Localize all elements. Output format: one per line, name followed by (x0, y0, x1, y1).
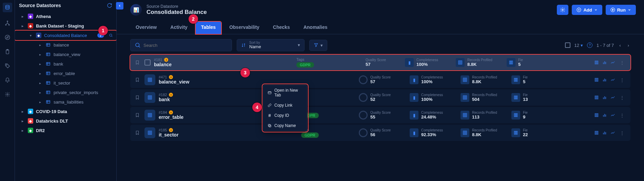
row-actions (594, 60, 615, 65)
tree-item-label: private_sector_imports (54, 90, 98, 95)
tab-observability[interactable]: Observability (224, 22, 265, 34)
tree-item-label: COVID-19 Data (36, 109, 67, 114)
search-icon (135, 42, 141, 48)
tab-overview[interactable]: Overview (130, 22, 162, 34)
action-columns-icon[interactable] (594, 77, 599, 82)
collapse-panel-button[interactable] (116, 2, 123, 10)
name-cell: #184ierror_table (159, 110, 247, 120)
svg-rect-34 (463, 78, 467, 82)
row-id: #181 (154, 58, 162, 62)
context-menu-item[interactable]: Open in New Tab (264, 85, 307, 100)
svg-rect-49 (595, 96, 596, 99)
bookmark-icon[interactable] (135, 95, 141, 100)
rail-hierarchy-icon[interactable] (4, 20, 11, 26)
rail-clipboard-icon[interactable] (4, 48, 11, 55)
help-icon[interactable]: ? (587, 42, 592, 48)
table-row[interactable]: #182ibankQuality Score52▮Completeness100… (130, 89, 630, 106)
svg-rect-38 (595, 78, 596, 81)
tree-item[interactable]: ▸◆Databricks DLT (15, 116, 116, 126)
row-id: #184 (159, 110, 167, 114)
toolbar: Sort by Name ▾ ▾ 12 ▾ ? 1 - 7 of 7 ‹ › (122, 34, 639, 55)
row-menu-button[interactable]: ⋮ (619, 59, 626, 67)
action-trend-icon[interactable] (610, 77, 615, 82)
tab-tables[interactable]: Tables (196, 22, 221, 34)
svg-rect-75 (604, 132, 605, 134)
table-row[interactable]: #184ierror_tableGDPRQuality Score55▮Comp… (130, 107, 630, 123)
action-columns-icon[interactable] (594, 60, 599, 65)
action-columns-icon[interactable] (594, 95, 599, 100)
select-all-checkbox[interactable] (565, 42, 570, 48)
action-columns-icon[interactable] (594, 113, 599, 117)
rail-database-icon[interactable] (3, 3, 12, 12)
name-cell: #471ibalance_view (159, 75, 247, 85)
rail-bell-icon[interactable] (4, 77, 11, 84)
tree-item[interactable]: ▸◆DR2 (15, 126, 116, 135)
datastore-avatar-icon: 📊 (130, 4, 142, 16)
action-trend-icon[interactable] (610, 130, 615, 135)
action-trend-icon[interactable] (610, 95, 615, 100)
context-menu-item[interactable]: Copy Name (264, 121, 307, 131)
action-bars-icon[interactable] (602, 95, 607, 100)
search-input-wrapper[interactable] (130, 39, 232, 51)
rail-gear-icon[interactable] (4, 91, 11, 98)
tree-item-label: DR2 (36, 128, 45, 133)
tree-item-label: it_sector (54, 80, 70, 86)
row-menu-button[interactable]: ⋮ (619, 129, 626, 137)
tree-item[interactable]: ▸◆COVID-19 Data (15, 107, 116, 116)
context-menu-item[interactable]: Copy ID (264, 110, 307, 121)
datastore-icon: ◆ (36, 33, 41, 38)
settings-button[interactable] (557, 5, 568, 15)
tree-item[interactable]: ▸private_sector_imports (15, 88, 116, 97)
action-bars-icon[interactable] (602, 77, 607, 82)
sort-select[interactable]: Sort by Name ▾ (237, 39, 305, 51)
tree-item[interactable]: ▸sama_liabilities (15, 97, 116, 107)
breadcrumb: Source Datastore (147, 4, 207, 9)
rail-compass-icon[interactable] (4, 34, 11, 41)
tree-item-label: balance (54, 42, 69, 48)
row-menu-button[interactable]: ⋮ (619, 76, 626, 84)
bookmark-icon[interactable] (135, 60, 141, 65)
search-icon[interactable] (109, 33, 113, 37)
refresh-icon[interactable] (107, 3, 112, 8)
bookmark-icon[interactable] (135, 130, 141, 135)
tree-item[interactable]: ▸balance (15, 40, 116, 50)
action-bars-icon[interactable] (602, 113, 607, 117)
next-page-button[interactable]: › (626, 42, 630, 49)
action-trend-icon[interactable] (610, 60, 615, 65)
svg-rect-50 (596, 96, 597, 99)
table-row[interactable]: #471ibalance_viewQuality Score57▮Complet… (130, 72, 630, 88)
run-button[interactable]: Run (606, 5, 636, 15)
tab-anomalies[interactable]: Anomalies (298, 22, 333, 34)
tree-item[interactable]: ▸error_table (15, 69, 116, 78)
tree-item[interactable]: ▸◆Athena (15, 12, 116, 21)
tree-item[interactable]: ▸it_sector (15, 78, 116, 88)
page-size-select[interactable]: 12 ▾ (574, 43, 583, 48)
table-row[interactable]: #181ibalanceTagsGDPRQuality Score57▮Comp… (130, 55, 630, 70)
context-menu-item[interactable]: Copy Link (264, 100, 307, 110)
bookmark-icon[interactable] (135, 77, 141, 82)
action-trend-icon[interactable] (610, 113, 615, 117)
sort-value: Name (249, 44, 261, 49)
action-bars-icon[interactable] (602, 130, 607, 135)
bookmark-icon[interactable] (135, 113, 141, 117)
datastore-icon: ◆ (28, 109, 33, 114)
tree-item[interactable]: ▸balance_view (15, 50, 116, 59)
row-checkbox[interactable] (144, 59, 151, 66)
table-row[interactable]: #185iit_sectorTagsGDPRQuality Score56▮Co… (130, 125, 630, 141)
rail-tag-icon[interactable] (4, 62, 11, 69)
svg-rect-23 (458, 61, 462, 65)
svg-rect-14 (46, 72, 50, 75)
svg-point-8 (6, 65, 7, 65)
action-columns-icon[interactable] (594, 130, 599, 135)
tab-activity[interactable]: Activity (165, 22, 193, 34)
tree-item[interactable]: ▸bank (15, 59, 116, 69)
tab-checks[interactable]: Checks (268, 22, 295, 34)
row-menu-button[interactable]: ⋮ (619, 111, 626, 119)
row-menu-button[interactable]: ⋮ (619, 94, 626, 102)
row-actions (594, 77, 615, 82)
prev-page-button[interactable]: ‹ (618, 42, 622, 49)
search-input[interactable] (143, 43, 228, 48)
add-button[interactable]: Add (572, 5, 602, 15)
action-bars-icon[interactable] (602, 60, 607, 65)
filter-button[interactable]: ▾ (309, 40, 327, 51)
